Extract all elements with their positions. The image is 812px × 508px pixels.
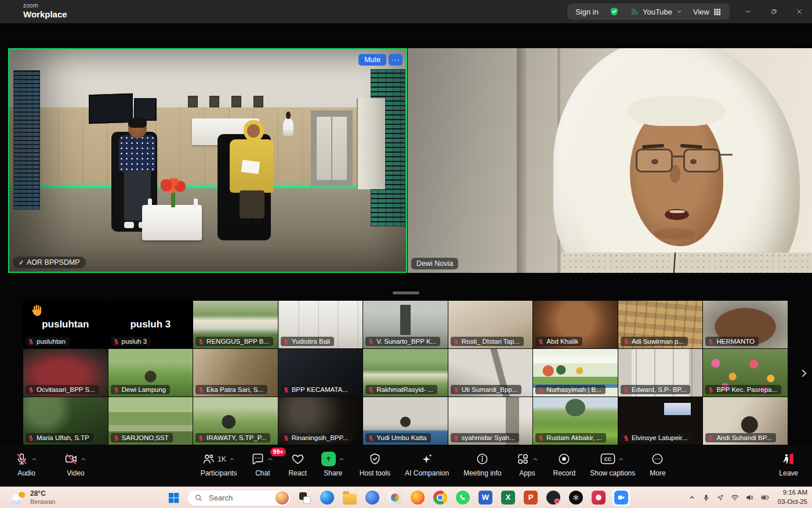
participant-name-label: Abd Khalik xyxy=(535,337,582,346)
info-icon xyxy=(476,452,489,466)
participant-tile[interactable]: Rustam Akbakir, ... xyxy=(533,397,618,445)
audio-chevron-up-icon[interactable] xyxy=(31,456,38,463)
participant-tile[interactable]: pusluh 3 pusluh 3 xyxy=(108,301,193,348)
ai-companion-button[interactable]: AI Companion xyxy=(405,452,449,477)
participant-tile[interactable]: Abd Khalik xyxy=(533,301,618,348)
more-button[interactable]: More xyxy=(650,452,665,477)
participant-tile[interactable]: syahmidar Syah... xyxy=(448,397,533,445)
participants-button[interactable]: 1K Participants xyxy=(201,452,237,477)
audio-button[interactable]: Audio xyxy=(15,452,38,477)
participants-chevron-up-icon[interactable] xyxy=(229,456,235,463)
restore-button[interactable] xyxy=(761,0,786,23)
app-icon-edge[interactable] xyxy=(318,489,336,506)
wifi-icon[interactable] xyxy=(730,493,740,502)
participant-tile[interactable]: Nurhasyimah | B... xyxy=(533,349,618,397)
grid-view-icon xyxy=(713,8,722,16)
speaker-tile-dewi-novia[interactable]: Dewi Novia xyxy=(408,48,812,273)
close-button[interactable] xyxy=(786,0,812,23)
participant-tile[interactable]: RakhmatRasyid- ... xyxy=(363,349,448,397)
participant-name-label: Eka Patra Sari, S... xyxy=(195,385,267,394)
search-input[interactable] xyxy=(208,493,268,503)
microphone-tray-icon[interactable] xyxy=(702,493,710,502)
gallery-next-page-button[interactable] xyxy=(796,360,811,387)
start-button[interactable] xyxy=(164,489,183,506)
chat-button[interactable]: 99+ Chat xyxy=(251,452,274,477)
search-highlight-image xyxy=(276,491,289,505)
record-button[interactable]: Record xyxy=(553,452,576,477)
host-tools-button[interactable]: Host tools xyxy=(360,452,390,477)
chat-chevron-up-icon[interactable] xyxy=(267,456,274,463)
app-icon-powerpoint[interactable]: P xyxy=(521,489,540,506)
participant-tile[interactable]: pusluhtan pusluhtan xyxy=(23,301,108,348)
minimize-button[interactable] xyxy=(735,0,761,23)
participant-tile[interactable]: Elvinsye Latupeir... xyxy=(618,397,703,445)
participant-tile[interactable]: RENGGUS_BPP B... xyxy=(193,301,278,348)
app-icon-whatsapp[interactable] xyxy=(454,489,472,506)
app-icon-word[interactable]: W xyxy=(476,489,495,506)
app-icon-file-explorer[interactable] xyxy=(340,489,359,506)
app-icon-chatgpt[interactable] xyxy=(567,489,585,506)
app-icon-excel[interactable]: X xyxy=(499,489,517,506)
location-tray-icon[interactable] xyxy=(716,493,724,502)
participant-tile[interactable]: Adi Suwirman p... xyxy=(618,301,703,348)
participant-name-label: RENGGUS_BPP B... xyxy=(195,337,273,346)
sign-in-button[interactable]: Sign in xyxy=(575,8,599,16)
participant-tile[interactable]: Rinaningsih_BPP... xyxy=(278,397,363,445)
asterisk-icon xyxy=(572,493,580,502)
participant-more-options-button[interactable]: ··· xyxy=(389,54,403,66)
video-chevron-up-icon[interactable] xyxy=(80,456,87,463)
youtube-live-menu[interactable]: YouTube xyxy=(630,7,683,16)
react-button[interactable]: React xyxy=(288,452,306,477)
captions-chevron-up-icon[interactable] xyxy=(618,456,625,463)
participant-tile[interactable]: Maria Ulfah, S.TP xyxy=(23,397,108,445)
share-chevron-up-icon[interactable] xyxy=(338,456,345,463)
participant-tile[interactable]: Yudistira Bali xyxy=(278,301,363,348)
resize-drag-handle[interactable] xyxy=(393,291,419,294)
leave-button[interactable]: Leave xyxy=(779,452,798,477)
raised-hand-icon xyxy=(29,302,45,318)
mute-participant-button[interactable]: Mute xyxy=(358,54,386,66)
participant-tile[interactable]: Ocvitasari_BPP S... xyxy=(23,349,108,397)
video-button[interactable]: Video xyxy=(64,452,87,477)
app-icon-teams[interactable] xyxy=(363,489,382,506)
task-view-button[interactable] xyxy=(295,489,314,506)
participant-tile[interactable]: BPP KECAMATA... xyxy=(278,349,363,397)
participant-tile[interactable]: BPP Kec. Pasrepa... xyxy=(703,349,788,397)
weather-widget[interactable]: 28°C Berawan xyxy=(6,487,60,508)
app-icon-photos[interactable] xyxy=(386,489,404,506)
volume-icon[interactable] xyxy=(745,493,755,502)
participant-tile[interactable]: Uti Sumardi_Bpp... xyxy=(448,349,533,397)
participant-tile[interactable]: Eka Patra Sari, S... xyxy=(193,349,278,397)
show-captions-button[interactable]: CC Show captions xyxy=(590,452,635,477)
participant-name-label: Rustam Akbakir, ... xyxy=(535,433,606,442)
captions-icon: CC xyxy=(600,452,615,466)
taskbar-clock[interactable]: 9:16 AM 03-Oct-25 xyxy=(778,488,807,506)
app-icon-media[interactable] xyxy=(589,489,608,506)
apps-button[interactable]: Apps xyxy=(516,452,539,477)
muted-mic-icon xyxy=(368,338,374,345)
speaker-tile-aor-bppsdmp[interactable]: Mute ··· AOR BPPSDMP xyxy=(8,48,407,273)
participant-tile[interactable]: HERMANTO xyxy=(703,301,788,348)
battery-icon[interactable] xyxy=(760,493,770,502)
app-icon-security[interactable] xyxy=(544,489,563,506)
participant-tile[interactable]: Andi Suhandi BP... xyxy=(703,397,788,445)
apps-chevron-up-icon[interactable] xyxy=(532,456,539,463)
pin-icon xyxy=(17,259,24,266)
participant-tile[interactable]: Dewi Lampung xyxy=(108,349,193,397)
hidden-icons-chevron[interactable] xyxy=(688,493,696,502)
participant-tile[interactable]: Yudi Umbu Katta xyxy=(363,397,448,445)
taskbar-search[interactable] xyxy=(187,489,291,506)
participant-tile[interactable]: V. Sunarto_BPP K... xyxy=(363,301,448,348)
app-icon-zoom[interactable] xyxy=(612,489,630,506)
view-button[interactable]: View xyxy=(693,8,722,16)
participant-tile[interactable]: Rosti_ DIstan Tap... xyxy=(448,301,533,348)
view-label: View xyxy=(693,8,709,16)
participant-tile[interactable]: Edward, S.P- BP... xyxy=(618,349,703,397)
app-icon-firefox[interactable] xyxy=(408,489,427,506)
share-button[interactable]: Share xyxy=(321,452,345,477)
participant-name-label: Ocvitasari_BPP S... xyxy=(26,385,99,394)
participant-tile[interactable]: IRAWATY, S.TP_P... xyxy=(193,397,278,445)
meeting-info-button[interactable]: Meeting info xyxy=(463,452,501,477)
participant-tile[interactable]: SARJONO,SST xyxy=(108,397,193,445)
app-icon-chrome[interactable] xyxy=(431,489,449,506)
